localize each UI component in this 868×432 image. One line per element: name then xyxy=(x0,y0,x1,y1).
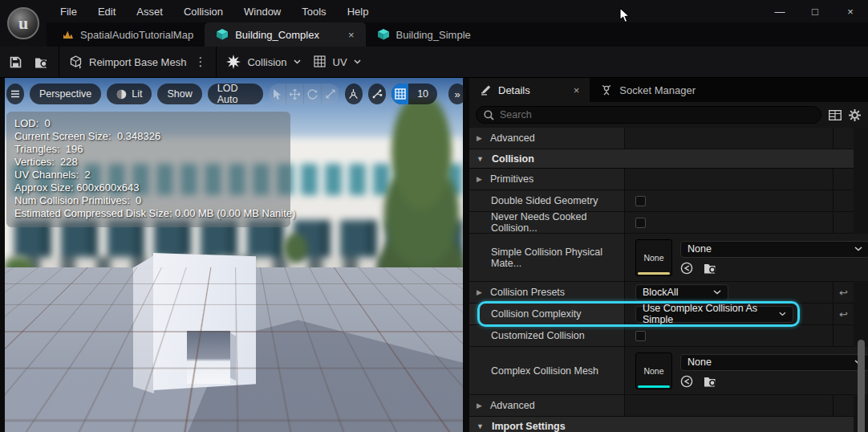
property-label: Collision Presets xyxy=(490,287,565,298)
rotate-tool-button[interactable] xyxy=(304,84,322,104)
asset-thumbnail[interactable]: None xyxy=(635,353,672,389)
viewport-panel[interactable]: LOD: 0 Current Screen Size: 0.348326 Tri… xyxy=(0,78,469,432)
tab-label: Building_Simple xyxy=(396,29,471,41)
close-tab-icon[interactable]: × xyxy=(348,29,355,41)
reset-to-default-icon[interactable]: ↩ xyxy=(839,308,848,320)
asset-toolbar: Reimport Base Mesh ⋮ Collision UV xyxy=(0,47,868,78)
asset-type-underline xyxy=(638,385,670,388)
category-collision[interactable]: ▼ Collision xyxy=(469,149,854,169)
reset-to-default-icon[interactable]: ↩ xyxy=(839,287,848,299)
property-label: Complex Collision Mesh xyxy=(491,365,598,377)
category-import-settings[interactable]: ▼ Import Settings xyxy=(469,417,854,432)
reimport-base-mesh-button[interactable]: Reimport Base Mesh ⋮ xyxy=(69,55,206,69)
property-label: Customized Collision xyxy=(491,330,585,341)
menu-file[interactable]: File xyxy=(50,0,87,22)
select-tool-button[interactable] xyxy=(269,84,286,104)
minimize-button[interactable]: — xyxy=(762,6,797,18)
static-mesh-icon xyxy=(216,29,229,40)
grid-snap-control[interactable]: 10 xyxy=(391,84,437,104)
menu-bar: File Edit Asset Collision Window Tools H… xyxy=(0,0,868,22)
physical-material-dropdown[interactable]: None xyxy=(680,241,868,258)
chevron-down-icon xyxy=(713,290,721,295)
grid-snap-icon[interactable] xyxy=(391,84,408,104)
expand-arrow-icon[interactable]: ▶ xyxy=(477,134,485,142)
expand-arrow-icon[interactable]: ▶ xyxy=(477,401,485,410)
tab-socket-manager[interactable]: Socket Manager xyxy=(590,78,706,102)
browse-to-asset-button[interactable] xyxy=(34,56,49,68)
tab-spatial-audio-tutorial-map[interactable]: SpatialAudioTutorialMap xyxy=(51,22,205,47)
customized-collision-checkbox[interactable] xyxy=(635,331,646,341)
expand-arrow-icon[interactable]: ▶ xyxy=(477,175,485,183)
menu-edit[interactable]: Edit xyxy=(87,0,126,22)
tab-label: Details xyxy=(498,84,530,96)
asset-thumbnail[interactable]: None xyxy=(635,239,672,276)
close-button[interactable]: × xyxy=(833,6,868,18)
unreal-logo[interactable]: u xyxy=(0,0,47,47)
menu-help[interactable]: Help xyxy=(337,0,379,22)
collapse-arrow-icon[interactable]: ▼ xyxy=(477,422,485,430)
viewport-scene[interactable]: LOD: 0 Current Screen Size: 0.348326 Tri… xyxy=(5,78,463,432)
double-sided-geometry-checkbox[interactable] xyxy=(635,196,646,206)
move-tool-button[interactable] xyxy=(286,84,304,104)
property-label: Advanced xyxy=(490,132,535,144)
transform-tools-group xyxy=(269,84,339,104)
settings-gear-icon[interactable] xyxy=(849,109,861,121)
menu-tools[interactable]: Tools xyxy=(291,0,336,22)
property-label: Collision Complexity xyxy=(491,308,582,320)
save-button[interactable] xyxy=(10,56,22,68)
property-label: Never Needs Cooked Collision... xyxy=(491,211,624,234)
tab-building-complex[interactable]: Building_Complex × xyxy=(205,22,365,47)
row-advanced-top[interactable]: ▶Advanced xyxy=(469,128,854,149)
row-customized-collision: Customized Collision xyxy=(469,325,854,347)
use-selected-asset-icon[interactable] xyxy=(680,262,693,275)
tab-building-simple[interactable]: Building_Simple xyxy=(366,22,482,47)
row-never-needs-cooked-collision: Never Needs Cooked Collision... xyxy=(469,212,854,234)
snapping-button[interactable] xyxy=(368,84,386,104)
row-advanced-bottom[interactable]: ▶Advanced xyxy=(469,395,854,417)
collision-dropdown-button[interactable]: Collision xyxy=(226,55,300,69)
lit-mode-button[interactable]: Lit xyxy=(107,84,152,104)
tab-details[interactable]: Details × xyxy=(469,78,590,102)
lit-sphere-icon xyxy=(116,89,127,100)
expand-arrow-icon[interactable]: ▶ xyxy=(477,288,485,296)
details-panel: Details × Socket Manager Search xyxy=(469,78,868,432)
uv-dropdown-button[interactable]: UV xyxy=(314,55,361,68)
static-mesh-building[interactable] xyxy=(153,253,256,390)
display-filter-icon[interactable] xyxy=(829,110,842,120)
complex-collision-mesh-dropdown[interactable]: None xyxy=(680,354,868,371)
show-menu-button[interactable]: Show xyxy=(157,84,201,104)
never-needs-cooked-collision-checkbox[interactable] xyxy=(635,218,646,228)
menu-asset[interactable]: Asset xyxy=(126,0,173,22)
reimport-options-icon[interactable]: ⋮ xyxy=(194,55,206,69)
uv-grid-icon xyxy=(314,55,327,68)
viewport-toolbar: Perspective Lit Show LOD Auto 10 xyxy=(6,84,466,104)
search-input[interactable]: Search xyxy=(476,106,821,124)
close-tab-icon[interactable]: × xyxy=(574,84,580,96)
collapse-arrow-icon[interactable]: ▼ xyxy=(477,155,485,163)
asset-tab-bar: SpatialAudioTutorialMap Building_Complex… xyxy=(47,22,868,47)
row-simple-collision-physical-material: Simple Collision Physical Mate... None N… xyxy=(469,234,854,282)
details-scrollbar-thumb[interactable] xyxy=(858,340,865,432)
collision-complexity-dropdown[interactable]: Use Complex Collision As Simple xyxy=(635,306,793,323)
collision-label: Collision xyxy=(247,56,286,68)
row-double-sided-geometry: Double Sided Geometry xyxy=(469,190,854,212)
browse-asset-icon[interactable] xyxy=(704,376,717,387)
scale-tool-button[interactable] xyxy=(322,84,339,104)
browse-asset-icon[interactable] xyxy=(704,263,717,274)
maximize-button[interactable]: □ xyxy=(797,6,833,18)
grid-snap-size[interactable]: 10 xyxy=(408,88,437,100)
perspective-button[interactable]: Perspective xyxy=(30,84,101,104)
collision-presets-dropdown[interactable]: BlockAll xyxy=(635,284,728,301)
row-primitives[interactable]: ▶Primitives xyxy=(469,169,854,190)
menu-collision[interactable]: Collision xyxy=(173,0,233,22)
lod-auto-button[interactable]: LOD Auto xyxy=(208,84,264,104)
viewport-options-menu-button[interactable] xyxy=(6,84,24,104)
coordinate-space-button[interactable] xyxy=(345,84,363,104)
use-selected-asset-icon[interactable] xyxy=(680,375,693,388)
row-collision-complexity: Collision Complexity Use Complex Collisi… xyxy=(469,304,854,325)
reimport-icon xyxy=(69,55,83,69)
toolbar-expand-icon[interactable]: » xyxy=(448,84,466,104)
menu-window[interactable]: Window xyxy=(233,0,291,22)
category-label: Import Settings xyxy=(492,421,566,432)
static-mesh-side-face xyxy=(133,255,154,393)
